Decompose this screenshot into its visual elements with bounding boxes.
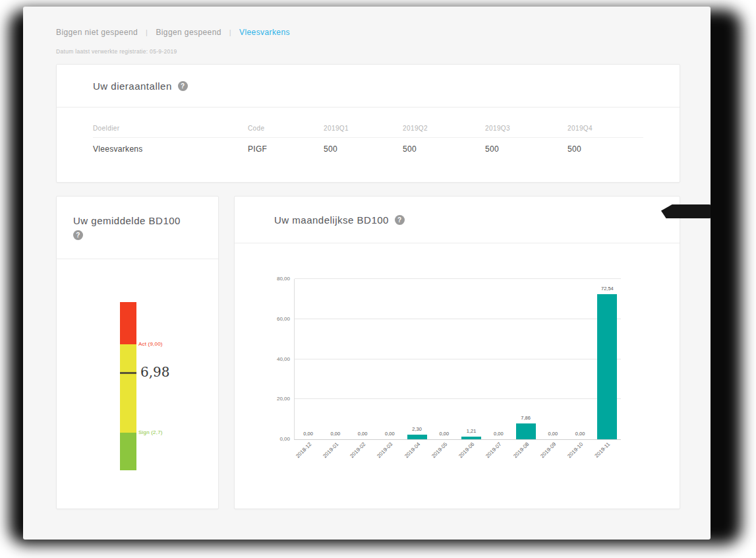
gauge-segment-signaal: [120, 433, 136, 470]
monthly-bd100-chart: 0,0020,0040,0060,0080,000,002018-120,002…: [294, 279, 621, 440]
bar-2019-06[interactable]: [461, 437, 481, 439]
help-icon[interactable]: ?: [395, 215, 405, 225]
bar-value-label: 1,21: [467, 428, 477, 434]
tab-biggen-gespeend[interactable]: Biggen gespeend: [156, 28, 221, 37]
table-cell: 500: [403, 144, 485, 154]
column-header: 2019Q2: [403, 125, 485, 132]
bar-2019-11[interactable]: [597, 294, 617, 439]
animal-counts-card: Uw dieraantallen ? DoeldierCode2019Q1201…: [56, 64, 680, 183]
x-axis-tick: 2019-08: [506, 441, 530, 465]
average-bd100-header: Uw gemiddelde BD100 ?: [57, 197, 218, 259]
gridline: [295, 278, 621, 279]
gauge-value-marker: [120, 372, 136, 374]
gauge-threshold-label: Act (9,00): [138, 341, 163, 347]
table-cell: 500: [567, 144, 643, 154]
animal-counts-header: Uw dieraantallen ?: [57, 65, 680, 108]
x-axis-tick: 2019-05: [424, 441, 448, 465]
app-window: Biggen niet gespeend|Biggen gespeend|Vle…: [23, 7, 711, 540]
bd100-gauge: Act (9,00)Sign (2,7)6,98: [120, 302, 136, 470]
gauge-segment-attentie: [120, 344, 136, 433]
x-axis-tick: 2019-02: [343, 441, 366, 465]
table-cell: PIGF: [248, 144, 324, 154]
bar-value-label: 0,00: [331, 431, 341, 437]
column-header: Doeldier: [93, 125, 248, 132]
y-axis-tick: 40,00: [277, 356, 290, 362]
bar-2019-08[interactable]: [516, 423, 536, 439]
y-axis-tick: 80,00: [277, 276, 290, 282]
bar-value-label: 0,00: [385, 431, 395, 437]
gauge-value-label: 6,98: [140, 364, 170, 380]
category-tabs: Biggen niet gespeend|Biggen gespeend|Vle…: [56, 28, 290, 37]
help-icon[interactable]: ?: [178, 81, 188, 91]
column-header: Code: [248, 125, 324, 132]
column-header: 2019Q3: [485, 125, 567, 132]
bar-value-label: 7,86: [521, 415, 531, 421]
bar-value-label: 0,00: [494, 431, 504, 437]
bar-value-label: 0,00: [358, 431, 368, 437]
gridline: [295, 319, 621, 319]
table-cell: 500: [324, 144, 403, 154]
bar-2019-04[interactable]: [407, 435, 427, 439]
gauge-segment-actie: [120, 302, 136, 344]
column-header: 2019Q4: [567, 125, 643, 132]
x-axis-tick: 2019-04: [397, 441, 421, 465]
column-header: 2019Q1: [324, 125, 403, 132]
x-axis-tick: 2019-10: [560, 441, 584, 465]
table-row: VleesvarkensPIGF500500500500: [93, 138, 643, 154]
x-axis-tick: 2018-12: [289, 441, 312, 465]
x-axis-tick: 2019-09: [533, 441, 557, 465]
table-cell: Vleesvarkens: [93, 144, 248, 154]
tab-separator: |: [229, 28, 231, 36]
x-axis-tick: 2019-03: [370, 441, 394, 465]
x-axis-tick: 2019-07: [479, 441, 503, 465]
bar-value-label: 0,00: [440, 431, 450, 437]
average-bd100-card: Uw gemiddelde BD100 ? Act (9,00)Sign (2,…: [56, 196, 219, 509]
x-axis-tick: 2019-06: [451, 441, 475, 465]
last-processed-status: Datum laatst verwerkte registratie: 05-9…: [56, 48, 177, 55]
x-axis-tick: 2019-11: [588, 441, 612, 465]
y-axis-tick: 60,00: [277, 316, 290, 322]
bar-value-label: 0,00: [548, 431, 558, 437]
y-axis-tick: 20,00: [277, 396, 290, 402]
tab-vleesvarkens[interactable]: Vleesvarkens: [239, 28, 290, 37]
x-axis-tick: 2019-01: [316, 441, 339, 465]
table-body: VleesvarkensPIGF500500500500: [93, 138, 643, 154]
monthly-bd100-card: Uw maandelijkse BD100 ? 0,0020,0040,0060…: [234, 196, 680, 509]
gridline: [295, 398, 621, 399]
bar-value-label: 0,00: [575, 431, 585, 437]
bar-value-label: 0,00: [303, 431, 313, 437]
table-cell: 500: [485, 144, 567, 154]
monthly-bd100-header: Uw maandelijkse BD100 ?: [235, 197, 680, 243]
bar-value-label: 2,30: [412, 426, 422, 432]
animal-counts-title: Uw dieraantallen: [93, 80, 172, 92]
bar-value-label: 72,54: [601, 286, 614, 292]
gauge-threshold-label: Sign (2,7): [138, 429, 163, 435]
animal-counts-table: DoeldierCode2019Q12019Q22019Q32019Q4 Vle…: [57, 108, 680, 154]
monthly-bd100-title: Uw maandelijkse BD100: [274, 214, 389, 226]
average-bd100-title: Uw gemiddelde BD100: [73, 215, 181, 226]
tab-biggen-niet-gespeend[interactable]: Biggen niet gespeend: [56, 28, 138, 37]
y-axis-tick: 0,00: [279, 436, 290, 442]
tab-separator: |: [146, 28, 148, 36]
table-header-row: DoeldierCode2019Q12019Q22019Q32019Q4: [93, 108, 643, 138]
gridline: [295, 359, 621, 359]
help-icon[interactable]: ?: [73, 230, 83, 240]
tooltip-artifact: [661, 204, 711, 218]
